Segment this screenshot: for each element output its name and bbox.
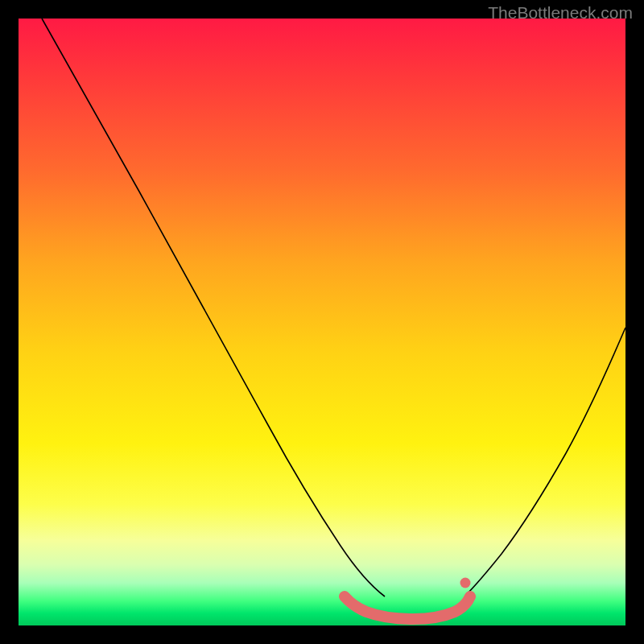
chart-frame: TheBottleneck.com	[0, 0, 644, 644]
right-curve	[465, 328, 625, 596]
valley-marker	[345, 597, 470, 619]
watermark-text: TheBottleneck.com	[488, 3, 633, 23]
chart-svg	[19, 19, 625, 625]
left-curve	[42, 19, 385, 597]
right-dot	[460, 578, 471, 588]
